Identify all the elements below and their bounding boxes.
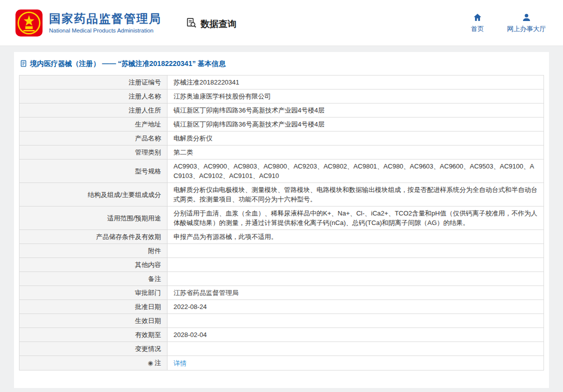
- row-label: 管理类别: [20, 146, 168, 160]
- row-label: 注册人住所: [20, 104, 168, 118]
- table-row: 适用范围/预期用途分别适用于血清、血浆（全血）、稀释尿液样品中的K+、Na+、C…: [20, 206, 544, 230]
- nav-home[interactable]: 首页: [471, 12, 484, 34]
- row-value: 2028-02-04: [168, 328, 544, 342]
- row-value: AC9903、AC9900、AC9803、AC9800、AC9203、AC980…: [168, 160, 544, 183]
- row-value: [168, 258, 544, 272]
- data-query-icon: [186, 17, 197, 31]
- header-nav: 首页 网上办事大厅: [471, 12, 546, 34]
- table-row: 产品名称电解质分析仪: [20, 132, 544, 146]
- row-label: 结构及组成/主要组成成分: [20, 183, 168, 206]
- row-value: [168, 342, 544, 356]
- row-value: 电解质分析仪: [168, 132, 544, 146]
- table-row: 批准日期2022-08-24: [20, 300, 544, 314]
- nav-hall-label: 网上办事大厅: [507, 24, 546, 34]
- brand-subtitle: National Medical Products Administration: [49, 28, 162, 34]
- table-row: 注册证编号苏械注准20182220341: [20, 76, 544, 90]
- note-icon: ◉: [148, 358, 153, 368]
- content-card: 境内医疗器械（注册） —— “苏械注准20182220341” 基本信息 注册证…: [14, 52, 549, 388]
- row-label: 审批部门: [20, 286, 168, 300]
- row-value: 2022-08-24: [168, 300, 544, 314]
- national-emblem-logo: [15, 9, 43, 37]
- table-row: 注册人住所镇江新区丁卯南纬四路36号高新技术产业园4号楼4层: [20, 104, 544, 118]
- brand-text: 国家药品监督管理局 National Medical Products Admi…: [49, 12, 162, 34]
- info-table-body: 注册证编号苏械注准20182220341注册人名称江苏奥迪康医学科技股份有限公司…: [20, 76, 544, 370]
- table-row: 审批部门江苏省药品监督管理局: [20, 286, 544, 300]
- table-row: 产品储存条件及有效期申报产品为有源器械，此项不适用。: [20, 230, 544, 244]
- table-row: 备注: [20, 272, 544, 286]
- table-row: 生效日期: [20, 314, 544, 328]
- row-value: 苏械注准20182220341: [168, 76, 544, 90]
- row-value: 镇江新区丁卯南纬四路36号高新技术产业园4号楼4层: [168, 118, 544, 132]
- row-label: 其他内容: [20, 258, 168, 272]
- info-table: 注册证编号苏械注准20182220341注册人名称江苏奥迪康医学科技股份有限公司…: [19, 75, 544, 370]
- row-label: 生产地址: [20, 118, 168, 132]
- table-row: 变更情况: [20, 342, 544, 356]
- row-value: 申报产品为有源器械，此项不适用。: [168, 230, 544, 244]
- row-value: 第二类: [168, 146, 544, 160]
- home-icon: [472, 12, 482, 22]
- table-row: 型号规格AC9903、AC9900、AC9803、AC9800、AC9203、A…: [20, 160, 544, 183]
- row-value: 镇江新区丁卯南纬四路36号高新技术产业园4号楼4层: [168, 104, 544, 118]
- brand-title: 国家药品监督管理局: [49, 12, 162, 26]
- table-row: 附件: [20, 244, 544, 258]
- row-label: 批准日期: [20, 300, 168, 314]
- nav-online-hall[interactable]: 网上办事大厅: [507, 12, 546, 34]
- user-icon: [522, 12, 532, 22]
- table-row: 生产地址镇江新区丁卯南纬四路36号高新技术产业园4号楼4层: [20, 118, 544, 132]
- data-query-label: 数据查询: [200, 18, 236, 30]
- document-icon: [20, 60, 27, 68]
- row-label: ◉注: [20, 356, 168, 370]
- page-title: 境内医疗器械（注册） —— “苏械注准20182220341” 基本信息: [20, 60, 544, 68]
- row-label: 产品名称: [20, 132, 168, 146]
- row-value: 江苏省药品监督管理局: [168, 286, 544, 300]
- row-label: 变更情况: [20, 342, 168, 356]
- brand: 国家药品监督管理局 National Medical Products Admi…: [15, 9, 162, 37]
- row-label: 注册证编号: [20, 76, 168, 90]
- row-value: [168, 314, 544, 328]
- row-label: 附件: [20, 244, 168, 258]
- row-label: 生效日期: [20, 314, 168, 328]
- row-label: 适用范围/预期用途: [20, 206, 168, 230]
- data-query-nav[interactable]: 数据查询: [186, 17, 236, 31]
- row-value: 江苏奥迪康医学科技股份有限公司: [168, 90, 544, 104]
- row-label: 产品储存条件及有效期: [20, 230, 168, 244]
- table-row: 管理类别第二类: [20, 146, 544, 160]
- table-row: 注册人名称江苏奥迪康医学科技股份有限公司: [20, 90, 544, 104]
- row-label: 有效期至: [20, 328, 168, 342]
- table-row: 其他内容: [20, 258, 544, 272]
- site-header: 国家药品监督管理局 National Medical Products Admi…: [0, 0, 563, 46]
- row-label: 备注: [20, 272, 168, 286]
- table-row: 有效期至2028-02-04: [20, 328, 544, 342]
- row-label: 注册人名称: [20, 90, 168, 104]
- table-row: ◉注详情: [20, 356, 544, 370]
- page-title-text: 境内医疗器械（注册） —— “苏械注准20182220341” 基本信息: [30, 60, 226, 68]
- row-value: [168, 244, 544, 258]
- row-label: 型号规格: [20, 160, 168, 183]
- row-value: 分别适用于血清、血浆（全血）、稀释尿液样品中的K+、Na+、Cl-、iCa2+、…: [168, 206, 544, 230]
- detail-link[interactable]: 详情: [174, 360, 186, 367]
- table-row: 结构及组成/主要组成成分电解质分析仪由电极模块、测量模块、管路模块、电路模块和数…: [20, 183, 544, 206]
- nav-home-label: 首页: [471, 24, 484, 34]
- row-value: 电解质分析仪由电极模块、测量模块、管路模块、电路模块和数据输出模块组成，按是否配…: [168, 183, 544, 206]
- row-value: 详情: [168, 356, 544, 370]
- row-value: [168, 272, 544, 286]
